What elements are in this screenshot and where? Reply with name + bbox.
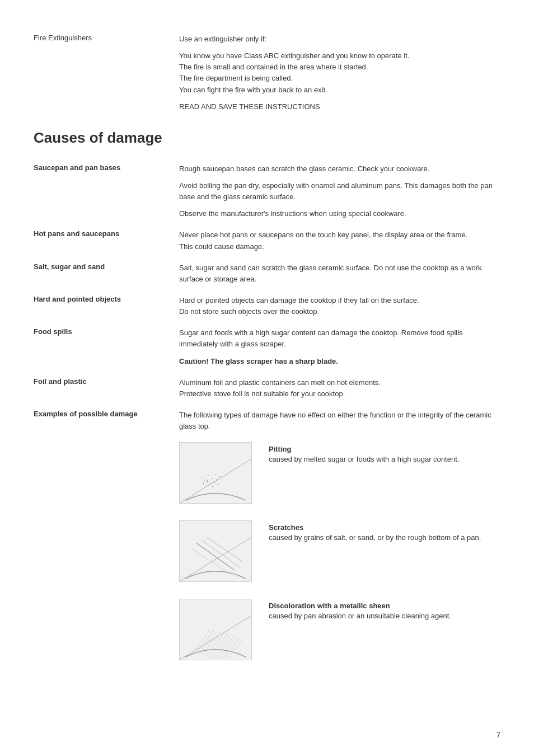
fire-extinguishers-content: Use an extinguisher only if: You know yo… [179,34,500,112]
page-number: 7 [496,731,500,739]
svg-point-10 [216,480,217,481]
discoloration-description: caused by pan abrasion or an unsuitable … [269,612,500,620]
svg-point-7 [212,486,213,487]
damage-pitting-label: Pitting caused by melted sugar or foods … [269,442,500,463]
fire-extinguishers-conditions: You know you have Class ABC extinguisher… [179,50,500,96]
cause-foil-content: Aluminum foil and plastic containers can… [179,377,500,400]
fire-extinguishers-instruction: READ AND SAVE THESE INSTRUCTIONS [179,101,500,112]
cause-saucepan: Saucepan and pan bases Rough saucepan ba… [34,163,500,220]
svg-point-13 [215,474,216,475]
fire-extinguishers-section: Fire Extinguishers Use an extinguisher o… [34,34,500,112]
cause-hot-pans-label: Hot pans and saucepans [34,229,179,252]
damage-pitting-row: Pitting caused by melted sugar or foods … [34,442,500,504]
svg-rect-16 [180,521,251,581]
cause-hot-pans: Hot pans and saucepans Never place hot p… [34,229,500,252]
cause-hard-objects-label: Hard and pointed objects [34,295,179,317]
fire-extinguishers-intro: Use an extinguisher only if: [179,34,500,45]
damage-pitting-image [179,442,252,504]
cause-foil: Foil and plastic Aluminum foil and plast… [34,377,500,400]
cause-salt-label: Salt, sugar and sand [34,262,179,285]
damage-scratches-label: Scratches caused by grains of salt, or s… [269,520,500,542]
cause-food-spills: Food spills Sugar and foods with a high … [34,327,500,367]
svg-point-6 [206,485,207,486]
svg-point-4 [209,483,210,485]
svg-point-12 [203,483,204,484]
cause-foil-label: Foil and plastic [34,377,179,400]
damage-scratches-row: Scratches caused by grains of salt, or s… [34,520,500,582]
cause-saucepan-content: Rough saucepan bases can scratch the gla… [179,163,500,220]
svg-point-5 [214,482,215,483]
cause-food-spills-content: Sugar and foods with a high sugar conten… [179,327,500,367]
pitting-description: caused by melted sugar or foods with a h… [269,455,500,463]
fire-extinguishers-label: Fire Extinguishers [34,34,179,112]
cause-examples-label: Examples of possible damage [34,410,179,432]
cause-food-spills-label: Food spills [34,327,179,367]
caution-text: Caution! The glass scraper has a sharp b… [179,356,500,367]
damage-discoloration-image [179,599,252,660]
cause-hard-objects: Hard and pointed objects Hard or pointed… [34,295,500,317]
svg-point-8 [204,480,205,481]
cause-examples: Examples of possible damage The followin… [34,410,500,432]
cause-salt: Salt, sugar and sand Salt, sugar and san… [34,262,500,285]
fire-extinguishers-title: Fire Extinguishers [34,34,92,42]
damage-discoloration-label: Discoloration with a metallic sheen caus… [269,599,500,620]
cause-hard-objects-content: Hard or pointed objects can damage the c… [179,295,500,317]
cause-salt-content: Salt, sugar and sand can scratch the gla… [179,262,500,285]
causes-heading: Causes of damage [34,129,500,147]
cause-examples-content: The following types of damage have no ef… [179,410,500,432]
cause-hot-pans-content: Never place hot pans or saucepans on the… [179,229,500,252]
cause-saucepan-label: Saucepan and pan bases [34,163,179,220]
svg-point-11 [218,483,219,485]
svg-rect-22 [180,599,251,660]
causes-section: Saucepan and pan bases Rough saucepan ba… [34,163,500,660]
pitting-title: Pitting [269,445,500,453]
svg-point-9 [208,475,209,476]
svg-point-15 [202,477,203,478]
svg-point-14 [219,476,220,477]
discoloration-title: Discoloration with a metallic sheen [269,602,500,610]
scratches-title: Scratches [269,523,500,532]
damage-discoloration-row: Discoloration with a metallic sheen caus… [34,599,500,660]
damage-scratches-image [179,520,252,582]
svg-point-3 [211,478,212,479]
scratches-description: caused by grains of salt, or sand, or by… [269,533,500,542]
svg-rect-0 [180,443,251,503]
svg-point-2 [207,481,208,482]
